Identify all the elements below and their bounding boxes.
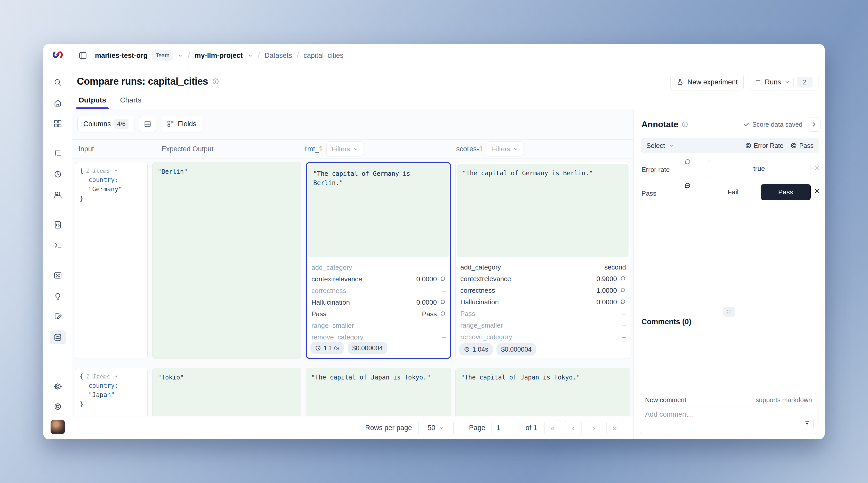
chevron-down-icon[interactable] [178,53,183,58]
expected-output-cell-row1[interactable]: "Berlin" [152,162,301,359]
next-page-button[interactable]: › [586,420,602,436]
breadcrumb-separator: / [258,51,260,60]
metric-name: range_smaller [311,322,354,330]
sidebar-item-history[interactable] [50,167,66,181]
run1-cell-row1[interactable]: "The capital of Germany is Berlin." add_… [306,162,451,359]
divider [72,158,633,159]
runs-count-badge: 2 [797,77,812,88]
team-badge: Team [152,50,173,61]
breadcrumb-datasets[interactable]: Datasets [265,52,292,60]
comment-bubble-icon[interactable] [683,182,691,190]
sidebar-item-traces[interactable] [50,147,66,160]
logo-icon [51,51,64,59]
run2-cell-footer: 1.04s $0.000004 [459,343,536,356]
pass-option-fail[interactable]: Fail [708,184,758,200]
fields-label: Fields [178,120,196,128]
sidebar-item-optimizations[interactable] [50,289,66,303]
clock-icon [464,346,470,352]
error-rate-input[interactable] [708,160,810,177]
cost-badge: $0.000004 [347,342,387,354]
fields-button[interactable]: Fields [161,116,202,132]
json-key: country: [89,176,118,184]
sidebar-item-annotation-queues[interactable] [50,310,66,324]
sidebar-item-home[interactable] [50,96,66,110]
tab-outputs[interactable]: Outputs [78,96,107,109]
score-select[interactable]: Select [646,142,665,150]
clear-error-rate-button[interactable] [813,164,821,173]
tab-charts[interactable]: Charts [119,96,142,109]
submit-arrow-icon [804,421,810,427]
comment-bubble-icon[interactable] [620,287,626,294]
breadcrumb-separator: / [188,51,190,60]
json-items-label[interactable]: 1 Items [86,168,110,174]
input-cell-row1[interactable]: {1 Items country: "Germany" } [75,162,148,359]
annotate-panel: Annotate Score data saved Select Error R… [633,109,825,440]
sidebar-item-settings[interactable] [50,380,66,393]
previous-page-button[interactable]: ‹ [565,420,582,436]
run1-filters-button[interactable]: Filters [327,142,364,156]
json-items-label[interactable]: 1 Items [86,373,110,380]
metric-name: add_category [460,263,501,271]
chevron-down-icon[interactable] [114,168,118,173]
new-experiment-button[interactable]: New experiment [670,74,744,90]
new-experiment-label: New experiment [687,78,738,86]
sidebar-item-search[interactable] [50,76,66,89]
user-avatar[interactable] [51,420,65,434]
breadcrumb-project[interactable]: my-llm-project [194,52,243,60]
sidebar-item-users[interactable] [50,188,66,202]
sidebar-item-prompts[interactable] [50,218,66,232]
run1-output-text: "The capital of Japan is Tokyo." [306,368,451,387]
comment-bubble-icon[interactable] [620,276,626,282]
runs-button[interactable]: Runs 2 [748,74,818,90]
run1-output-text: "The capital of Germany is Berlin." [308,164,449,258]
metric-value: – [442,333,446,340]
run2-filters-button[interactable]: Filters [487,142,524,156]
run2-cell-row1[interactable]: "The capital of Germany is Berlin." add_… [456,162,630,359]
quick-score-pass[interactable]: Pass [790,142,813,149]
comment-bubble-icon[interactable] [439,299,446,306]
sidebar-item-evaluation[interactable] [50,269,66,282]
chevron-down-icon[interactable] [669,143,674,148]
chevron-down-icon[interactable] [247,53,253,58]
comment-input[interactable] [640,407,817,434]
sidebar-item-playground[interactable] [50,239,66,252]
sidebar-item-datasets[interactable] [50,330,66,344]
columns-button[interactable]: Columns 4/6 [78,116,134,132]
info-icon[interactable] [681,121,688,128]
flask-icon [676,78,684,86]
comment-bubble-icon[interactable] [439,311,446,317]
clear-pass-button[interactable] [813,187,821,196]
page-number-input[interactable] [492,420,519,436]
metric-name: correctness [311,287,346,295]
comment-bubble-icon[interactable] [439,276,446,282]
resize-handle[interactable] [723,307,735,317]
comment-bubble-icon[interactable] [683,158,691,166]
pass-option-pass[interactable]: Pass [761,184,811,200]
row-height-button[interactable] [139,116,156,132]
score-saved-status: Score data saved [743,121,802,128]
sidebar-toggle-button[interactable] [79,51,87,60]
rows-per-page-select[interactable]: 50 [418,420,454,436]
app-window: marlies-test-org Team / my-llm-project /… [43,44,825,440]
first-page-button[interactable]: « [545,420,561,436]
breadcrumb-current: capital_cities [304,52,343,60]
comment-bubble-icon[interactable] [620,299,626,305]
columns-count-badge: 4/6 [114,119,128,129]
last-page-button[interactable]: » [607,420,623,436]
quick-score-error-rate[interactable]: Error Rate [745,142,783,149]
sidebar-item-help[interactable] [50,400,66,414]
annotate-title: Annotate [642,120,678,129]
metric-value: – [622,322,626,329]
info-icon[interactable] [212,78,219,85]
chevron-down-icon[interactable] [114,374,118,379]
score-label: Pass [642,189,656,198]
collapse-panel-button[interactable] [808,117,820,132]
traces-icon [53,149,62,158]
metric-name: contextrelevance [460,275,511,283]
metric-name: contextrelevance [311,275,362,283]
sidebar-item-dashboard[interactable] [50,117,66,131]
breadcrumb-org[interactable]: marlies-test-org [95,52,148,60]
app-logo[interactable] [51,51,64,60]
filters-label: Filters [332,145,350,153]
submit-comment-button[interactable] [801,417,813,431]
